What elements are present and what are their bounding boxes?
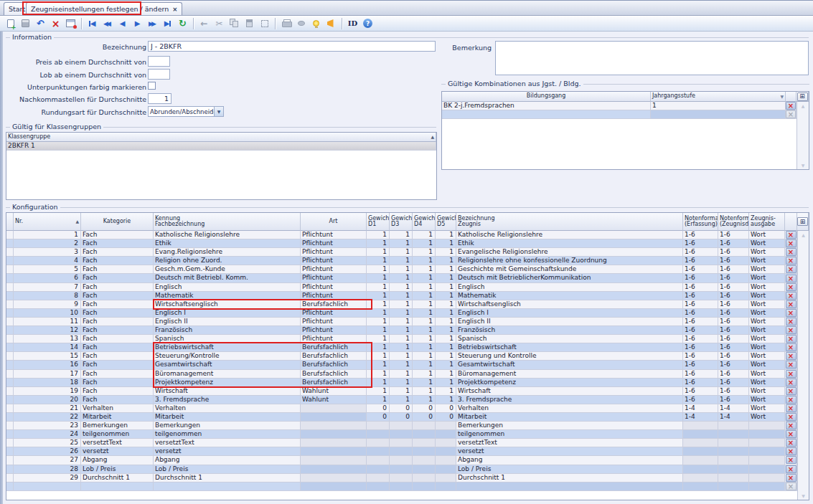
cell-gewicht_d5[interactable]: 1 xyxy=(436,257,456,265)
cell-notenformat_zeugnisdruck[interactable]: 1-6 xyxy=(718,343,749,351)
cell-gewicht_d3[interactable]: 1 xyxy=(390,343,413,351)
cell-art[interactable]: Pflichtunt xyxy=(301,231,367,239)
cell-gewicht_d5[interactable]: 1 xyxy=(436,370,456,378)
nachkommastellen-input[interactable] xyxy=(148,93,171,104)
cut-button[interactable]: ✂ xyxy=(212,16,226,30)
cell-gewicht_d4[interactable]: 1 xyxy=(413,292,436,300)
cell-gewicht_d3[interactable]: 1 xyxy=(390,248,413,256)
cell-zeugnisausgabe[interactable]: Wort xyxy=(749,248,785,256)
cell-notenformat_erfassung[interactable]: 1-6 xyxy=(683,343,718,351)
cell-notenformat_erfassung[interactable]: 1-6 xyxy=(683,370,718,378)
cell-kennung[interactable]: Steuerung/Kontrolle xyxy=(154,352,301,360)
column-header-bezeichnung_zeugnis[interactable]: Bezeichnung Zeugnis xyxy=(456,213,683,231)
customize-columns-button[interactable]: ⊞ xyxy=(797,217,808,226)
cell-nr[interactable]: 4 xyxy=(14,257,81,265)
delete-row-button[interactable]: × xyxy=(786,413,796,421)
undo-button[interactable]: ↶ xyxy=(34,16,47,30)
delete-row-button[interactable]: × xyxy=(786,300,796,308)
cell-art[interactable] xyxy=(301,465,367,473)
cell-kategorie[interactable]: Fach xyxy=(81,283,154,291)
cell-gewicht_d4[interactable] xyxy=(413,456,436,464)
cell-kategorie[interactable]: Fach xyxy=(81,292,154,300)
cell-art[interactable] xyxy=(301,447,367,455)
cell-gewicht_d5[interactable]: 1 xyxy=(436,239,456,247)
cell-notenformat_zeugnisdruck[interactable]: 1-6 xyxy=(718,300,749,308)
cell-gewicht_d5[interactable]: 0 xyxy=(436,413,456,421)
cell-bezeichnung_zeugnis[interactable]: Englisch I xyxy=(456,309,683,317)
cell-art[interactable]: Berufsfachlich xyxy=(301,300,367,308)
cell-bezeichnung_zeugnis[interactable]: Ethik xyxy=(456,239,683,247)
back-button[interactable]: ← xyxy=(197,16,211,30)
cell-art[interactable] xyxy=(301,404,367,412)
delete-row-button[interactable]: × xyxy=(786,326,796,334)
unterpunktungen-checkbox[interactable] xyxy=(148,82,156,90)
cell-zeugnisausgabe[interactable] xyxy=(749,465,785,473)
cell-nr[interactable]: 19 xyxy=(14,387,81,395)
cell-notenformat_zeugnisdruck[interactable]: 1-6 xyxy=(718,239,749,247)
cell-nr[interactable]: 27 xyxy=(14,456,81,464)
cell-gewicht_d4[interactable]: 1 xyxy=(413,335,436,343)
cell-gewicht_d3[interactable]: 1 xyxy=(390,274,413,282)
cell-gewicht_d5[interactable]: 1 xyxy=(436,283,456,291)
cell-notenformat_erfassung[interactable]: 1-6 xyxy=(683,248,718,256)
delete-row-button[interactable]: × xyxy=(786,465,796,473)
cell-notenformat_zeugnisdruck[interactable] xyxy=(718,456,749,464)
cell-gewicht_d4[interactable]: 1 xyxy=(413,257,436,265)
delete-row-button[interactable]: × xyxy=(786,275,796,282)
cell-notenformat_zeugnisdruck[interactable]: 1-6 xyxy=(718,387,749,395)
cell-notenformat_erfassung[interactable]: 1-6 xyxy=(683,265,718,273)
cell-kategorie[interactable]: Fach xyxy=(81,335,154,343)
cell-kategorie[interactable]: Fach xyxy=(81,248,154,256)
cell-nr[interactable]: 7 xyxy=(14,283,81,291)
cell-gewicht_d1[interactable]: 1 xyxy=(367,396,390,404)
cell-gewicht_d3[interactable]: 1 xyxy=(390,361,413,369)
edit-form-button[interactable] xyxy=(64,16,77,30)
delete-row-button[interactable]: × xyxy=(786,422,796,429)
cell-kennung[interactable]: Wirtschaft xyxy=(154,387,301,395)
cell-kennung[interactable]: Gesch.m.Gem.-Kunde xyxy=(154,265,301,273)
cell-nr[interactable]: 11 xyxy=(14,318,81,325)
column-header-notenformat_erfassung[interactable]: Notenformat (Erfassung) xyxy=(683,213,718,231)
cell-art[interactable]: Berufsfachlich xyxy=(301,361,367,369)
cell-gewicht_d1[interactable]: 1 xyxy=(367,283,390,291)
cell-zeugnisausgabe[interactable]: Wort xyxy=(749,274,785,282)
cell-gewicht_d4[interactable]: 1 xyxy=(413,318,436,325)
cell-notenformat_zeugnisdruck[interactable]: 1-6 xyxy=(718,396,749,404)
cell-notenformat_erfassung[interactable]: 1-6 xyxy=(683,257,718,265)
delete-row-button[interactable]: × xyxy=(786,265,796,273)
cell-notenformat_erfassung[interactable]: 1-6 xyxy=(683,239,718,247)
cell-kategorie[interactable]: Mitarbeit xyxy=(81,413,154,421)
cell-gewicht_d1[interactable]: 1 xyxy=(367,387,390,395)
cell-bezeichnung_zeugnis[interactable]: teilgenommen xyxy=(456,430,683,438)
cell-zeugnisausgabe[interactable]: Wort xyxy=(749,413,785,421)
cell-gewicht_d3[interactable] xyxy=(390,474,413,482)
cell-notenformat_erfassung[interactable]: 1-6 xyxy=(683,361,718,369)
cell-art[interactable]: Berufsfachlich xyxy=(301,352,367,360)
cell-notenformat_zeugnisdruck[interactable] xyxy=(718,482,749,490)
cell-notenformat_erfassung[interactable]: 1-6 xyxy=(683,335,718,343)
cell-gewicht_d1[interactable]: 1 xyxy=(367,231,390,239)
cell-gewicht_d5[interactable]: 1 xyxy=(436,265,456,273)
cell-zeugnisausgabe[interactable]: Wort xyxy=(749,387,785,395)
cell-gewicht_d5[interactable] xyxy=(436,439,456,447)
cell-gewicht_d5[interactable]: 1 xyxy=(436,309,456,317)
cell-bezeichnung_zeugnis[interactable]: Englisch xyxy=(456,283,683,291)
cell-zeugnisausgabe[interactable]: Wort xyxy=(749,326,785,334)
cell-nr[interactable]: 17 xyxy=(14,370,81,378)
cell-bezeichnung_zeugnis[interactable]: Gesamtwirtschaft xyxy=(456,361,683,369)
cell-gewicht_d3[interactable] xyxy=(390,465,413,473)
cell-gewicht_d3[interactable]: 1 xyxy=(390,257,413,265)
column-header-gewicht_d3[interactable]: Gewicht D3 xyxy=(390,213,413,231)
cell-art[interactable]: Wahlunt xyxy=(301,396,367,404)
cell-gewicht_d5[interactable]: 1 xyxy=(436,396,456,404)
cell-kategorie[interactable]: versetzt xyxy=(81,447,154,455)
cell-nr[interactable]: 9 xyxy=(14,300,81,308)
column-header-kategorie[interactable]: Kategorie xyxy=(81,213,154,231)
cell-kategorie[interactable]: Fach xyxy=(81,318,154,325)
cell-art[interactable]: Berufsfachlich xyxy=(301,370,367,378)
konfiguration-scrollbar[interactable]: ▲▼ xyxy=(797,231,809,500)
cell-notenformat_zeugnisdruck[interactable]: 1-4 xyxy=(718,413,749,421)
cell-notenformat_erfassung[interactable]: 1-4 xyxy=(683,404,718,412)
cell-zeugnisausgabe[interactable] xyxy=(749,482,785,490)
cell-kennung[interactable]: Mitarbeit xyxy=(154,413,301,421)
